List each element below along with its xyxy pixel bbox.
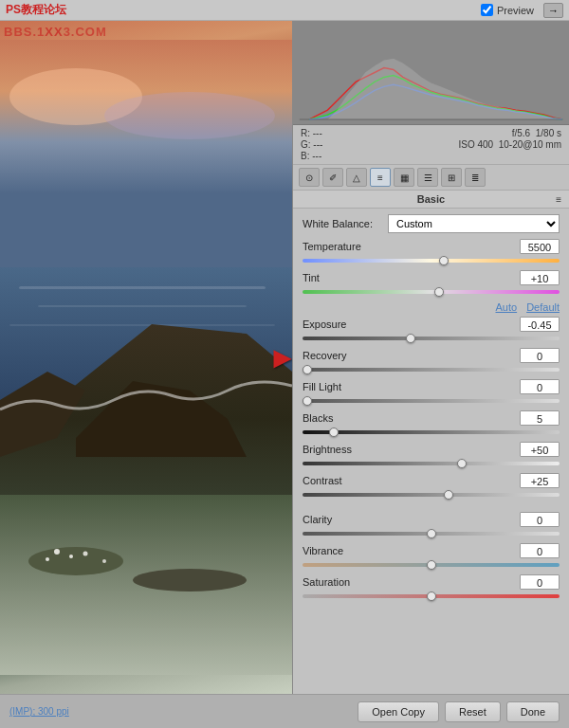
bottom-info[interactable]: (IMP); 300 ppi <box>9 706 69 717</box>
saturation-thumb[interactable] <box>427 592 436 601</box>
toolbar-icon-lens[interactable]: ≣ <box>465 168 486 187</box>
image-panel: BBS.1XX3.COM <box>0 21 292 694</box>
contrast-track-container <box>303 490 560 500</box>
saturation-value[interactable]: 0 <box>520 574 560 590</box>
clarity-value[interactable]: 0 <box>520 512 560 527</box>
brightness-thumb[interactable] <box>457 459 467 468</box>
contrast-track[interactable] <box>303 493 560 497</box>
white-balance-row: White Balance: As ShotAutoDaylightCloudy… <box>303 214 560 233</box>
toolbar-icon-target[interactable]: ⊙ <box>299 168 320 187</box>
vibrance-thumb[interactable] <box>427 560 436 570</box>
exposure-thumb[interactable] <box>406 334 415 343</box>
svg-rect-5 <box>38 305 247 307</box>
info-bar: R: --- G: --- B: --- f/5.6 1/80 s ISO 40… <box>293 125 569 165</box>
panel-header: Basic ≡ <box>293 191 569 209</box>
clarity-track-container <box>303 529 560 538</box>
toolbar-icon-split[interactable]: ⊞ <box>441 168 462 187</box>
recovery-value[interactable]: 0 <box>520 348 560 363</box>
top-bar: PS教程论坛 Preview → <box>0 0 569 21</box>
fill-light-label: Fill Light <box>303 381 520 392</box>
fill-light-track[interactable] <box>303 399 560 403</box>
tint-value[interactable]: +10 <box>520 270 560 285</box>
svg-point-12 <box>133 569 247 592</box>
done-button[interactable]: Done <box>506 701 560 722</box>
saturation-track[interactable] <box>303 594 560 598</box>
vibrance-row: Vibrance 0 <box>303 543 560 570</box>
photo-svg <box>0 21 292 694</box>
rgb-info: R: --- G: --- B: --- <box>301 128 322 161</box>
default-button[interactable]: Default <box>526 301 560 313</box>
svg-rect-4 <box>19 286 266 289</box>
contrast-label: Contrast <box>303 475 520 486</box>
temperature-label: Temperature <box>303 241 520 252</box>
recovery-thumb[interactable] <box>303 365 312 374</box>
panel-title: Basic <box>417 193 445 205</box>
svg-point-16 <box>46 557 49 561</box>
tint-track-container <box>303 287 560 297</box>
recovery-label: Recovery <box>303 350 520 361</box>
vibrance-track[interactable] <box>303 563 560 567</box>
tint-track[interactable] <box>303 290 560 294</box>
blacks-thumb[interactable] <box>329 428 339 437</box>
histogram-area <box>293 21 569 125</box>
saturation-row: Saturation 0 <box>303 574 560 601</box>
svg-point-17 <box>102 559 106 563</box>
toolbar-icon-basic[interactable]: ≡ <box>370 168 391 187</box>
temperature-track[interactable] <box>303 259 560 263</box>
brightness-value[interactable]: +50 <box>520 442 560 457</box>
bottom-buttons: Open Copy Reset Done <box>358 701 560 722</box>
brightness-track[interactable] <box>303 462 560 465</box>
tint-label: Tint <box>303 272 520 283</box>
auto-default-row: Auto Default <box>303 301 560 313</box>
toolbar-icon-triangle[interactable]: △ <box>346 168 367 187</box>
exposure-track[interactable] <box>303 337 560 340</box>
wb-select[interactable]: As ShotAutoDaylightCloudyShadeTungstenFl… <box>388 214 560 233</box>
main-layout: BBS.1XX3.COM <box>0 21 569 694</box>
fill-light-row: Fill Light 0 <box>303 379 560 406</box>
blacks-value[interactable]: 5 <box>520 410 560 426</box>
tint-thumb[interactable] <box>434 287 444 297</box>
brightness-label: Brightness <box>303 444 520 455</box>
contrast-thumb[interactable] <box>444 490 453 500</box>
arrow-button[interactable]: → <box>543 3 563 18</box>
vibrance-value[interactable]: 0 <box>520 543 560 558</box>
vibrance-track-container <box>303 560 560 570</box>
brightness-track-container <box>303 459 560 468</box>
clarity-track[interactable] <box>303 532 560 536</box>
preview-area: Preview → <box>481 3 563 18</box>
exposure-value[interactable]: -0.45 <box>520 317 560 332</box>
temperature-value[interactable]: 5500 <box>520 239 560 254</box>
clarity-label: Clarity <box>303 514 520 525</box>
preview-label: Preview <box>497 5 534 16</box>
fill-light-thumb[interactable] <box>303 396 312 406</box>
bottom-bar: (IMP); 300 ppi Open Copy Reset Done <box>0 694 569 728</box>
recovery-track[interactable] <box>303 368 560 372</box>
open-copy-button[interactable]: Open Copy <box>358 701 439 722</box>
auto-button[interactable]: Auto <box>496 301 518 313</box>
clarity-thumb[interactable] <box>427 529 436 538</box>
blacks-row: Blacks 5 <box>303 410 560 437</box>
fill-light-value[interactable]: 0 <box>520 379 560 394</box>
contrast-value[interactable]: +25 <box>520 473 560 488</box>
b-value: B: --- <box>301 151 322 161</box>
preview-checkbox[interactable] <box>481 4 493 16</box>
brightness-row: Brightness +50 <box>303 442 560 468</box>
panel-menu-icon[interactable]: ≡ <box>556 194 561 205</box>
saturation-label: Saturation <box>303 576 520 588</box>
temperature-thumb[interactable] <box>439 256 449 265</box>
reset-button[interactable]: Reset <box>445 701 501 722</box>
r-value: R: --- <box>301 128 322 138</box>
exposure-track-container <box>303 334 560 343</box>
g-value: G: --- <box>301 139 322 150</box>
blacks-track[interactable] <box>303 430 560 434</box>
svg-point-15 <box>83 552 88 556</box>
toolbar: ⊙ ✐ △ ≡ ▦ ☰ ⊞ ≣ <box>293 165 569 191</box>
exposure-label: Exposure <box>303 318 520 330</box>
svg-point-2 <box>104 92 275 139</box>
clarity-row: Clarity 0 <box>303 512 560 538</box>
toolbar-icon-hsl[interactable]: ☰ <box>417 168 438 187</box>
toolbar-icon-edit[interactable]: ✐ <box>322 168 343 187</box>
separator-1 <box>303 504 560 512</box>
recovery-track-container <box>303 365 560 374</box>
toolbar-icon-detail[interactable]: ▦ <box>394 168 414 187</box>
